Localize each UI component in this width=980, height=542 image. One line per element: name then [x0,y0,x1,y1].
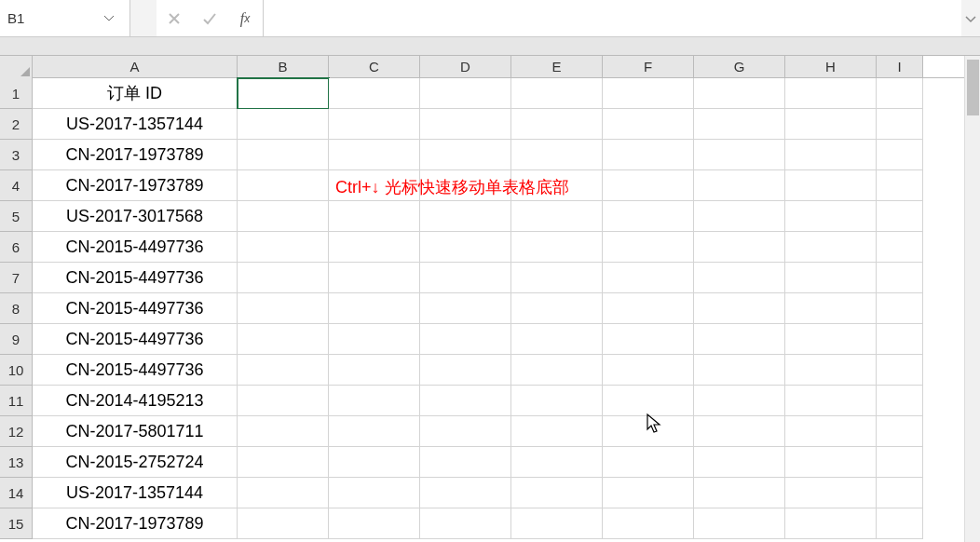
cell-G15[interactable] [694,508,785,539]
cell-H4[interactable] [785,170,877,201]
cell-I1[interactable] [877,78,923,109]
cell-B1[interactable] [238,78,329,109]
cell-C5[interactable] [329,201,420,232]
cell-F2[interactable] [603,109,694,140]
cell-B14[interactable] [238,478,329,508]
cell-I7[interactable] [877,263,923,293]
cell-B8[interactable] [238,293,329,324]
cell-C11[interactable] [329,386,420,416]
cell-G13[interactable] [694,447,785,478]
cell-A8[interactable]: CN-2015-4497736 [33,293,238,324]
row-header[interactable]: 8 [0,293,33,324]
cell-F14[interactable] [603,478,694,508]
cell-F5[interactable] [603,201,694,232]
cell-F3[interactable] [603,140,694,170]
cell-E5[interactable] [511,201,603,232]
cell-C9[interactable] [329,324,420,355]
cell-E9[interactable] [511,324,603,355]
cell-H9[interactable] [785,324,877,355]
cell-C2[interactable] [329,109,420,140]
cell-H6[interactable] [785,232,877,263]
cell-I15[interactable] [877,508,923,539]
cell-B13[interactable] [238,447,329,478]
formula-input[interactable] [273,10,961,26]
vertical-scrollbar[interactable] [964,56,980,542]
row-header[interactable]: 7 [0,263,33,293]
cell-H2[interactable] [785,109,877,140]
cell-F4[interactable] [603,170,694,201]
col-header-G[interactable]: G [694,56,785,77]
cell-F10[interactable] [603,355,694,386]
cell-G9[interactable] [694,324,785,355]
cell-A11[interactable]: CN-2014-4195213 [33,386,238,416]
cell-D9[interactable] [420,324,511,355]
col-header-C[interactable]: C [329,56,420,77]
cell-C14[interactable] [329,478,420,508]
cell-D14[interactable] [420,478,511,508]
cell-I4[interactable] [877,170,923,201]
cell-B5[interactable] [238,201,329,232]
cell-B15[interactable] [238,508,329,539]
cell-H11[interactable] [785,386,877,416]
cell-F11[interactable] [603,386,694,416]
cell-D12[interactable] [420,416,511,447]
cell-B6[interactable] [238,232,329,263]
cell-G5[interactable] [694,201,785,232]
cell-H7[interactable] [785,263,877,293]
cell-I13[interactable] [877,447,923,478]
cell-D10[interactable] [420,355,511,386]
cell-H15[interactable] [785,508,877,539]
cell-G12[interactable] [694,416,785,447]
cell-D11[interactable] [420,386,511,416]
cell-H14[interactable] [785,478,877,508]
expand-formula-bar-icon[interactable] [961,14,980,23]
cell-D4[interactable] [420,170,511,201]
cell-G14[interactable] [694,478,785,508]
row-header[interactable]: 1 [0,78,33,109]
cell-H12[interactable] [785,416,877,447]
cell-D3[interactable] [420,140,511,170]
cell-E10[interactable] [511,355,603,386]
cell-A7[interactable]: CN-2015-4497736 [33,263,238,293]
row-header[interactable]: 6 [0,232,33,263]
cell-I8[interactable] [877,293,923,324]
cell-B9[interactable] [238,324,329,355]
cell-D5[interactable] [420,201,511,232]
cell-H3[interactable] [785,140,877,170]
fx-icon[interactable]: fx [227,0,263,36]
row-header[interactable]: 12 [0,416,33,447]
cell-I2[interactable] [877,109,923,140]
cell-A10[interactable]: CN-2015-4497736 [33,355,238,386]
cell-I3[interactable] [877,140,923,170]
cell-G8[interactable] [694,293,785,324]
cell-D15[interactable] [420,508,511,539]
cancel-icon[interactable] [157,0,192,36]
cell-B7[interactable] [238,263,329,293]
cell-B3[interactable] [238,140,329,170]
col-header-E[interactable]: E [511,56,603,77]
cell-E14[interactable] [511,478,603,508]
cell-D2[interactable] [420,109,511,140]
cell-A14[interactable]: US-2017-1357144 [33,478,238,508]
cell-F1[interactable] [603,78,694,109]
cell-A3[interactable]: CN-2017-1973789 [33,140,238,170]
cell-F8[interactable] [603,293,694,324]
name-box-dropdown-icon[interactable] [101,16,117,21]
cell-A13[interactable]: CN-2015-2752724 [33,447,238,478]
cell-A1[interactable]: 订单 ID [33,78,238,109]
cell-I14[interactable] [877,478,923,508]
cell-B10[interactable] [238,355,329,386]
cell-D7[interactable] [420,263,511,293]
cell-E11[interactable] [511,386,603,416]
cell-H13[interactable] [785,447,877,478]
cell-A4[interactable]: CN-2017-1973789 [33,170,238,201]
cell-C8[interactable] [329,293,420,324]
cell-C12[interactable] [329,416,420,447]
cell-C6[interactable] [329,232,420,263]
cell-I10[interactable] [877,355,923,386]
cell-H8[interactable] [785,293,877,324]
cell-H5[interactable] [785,201,877,232]
cell-E2[interactable] [511,109,603,140]
name-box[interactable] [7,10,101,26]
cell-A15[interactable]: CN-2017-1973789 [33,508,238,539]
